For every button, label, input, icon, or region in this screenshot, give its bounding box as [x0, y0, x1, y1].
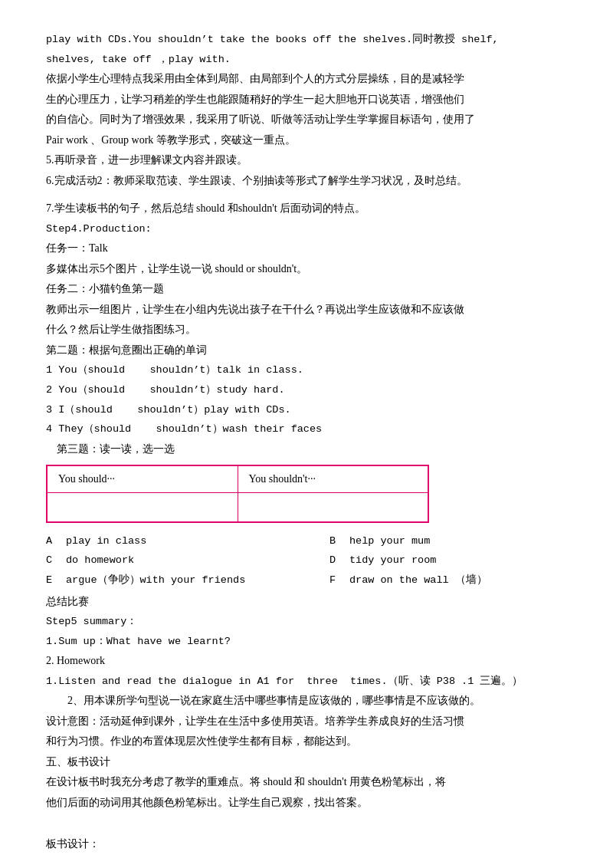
option-d: D tidy your room: [329, 551, 567, 570]
step5-design1: 设计意图：活动延伸到课外，让学生在生活中多使用英语。培养学生养成良好的生活习惯: [46, 712, 567, 732]
option-b: B help your mum: [329, 532, 567, 551]
option-f: F draw on the wall （墙）: [329, 571, 567, 590]
option-b-letter: B: [329, 532, 343, 551]
should-table: You should··· You shouldn't···: [46, 465, 429, 522]
table-col2-header: You shouldn't···: [238, 465, 428, 492]
sentence-3: 3 I（should shouldn’t）play with CDs.: [46, 401, 567, 419]
options-grid: A play in class B help your mum C do hom…: [46, 532, 567, 590]
option-c-text: do homework: [66, 551, 134, 570]
intro-line-4: 生的心理压力，让学习稍差的学生也能跟随稍好的学生一起大胆地开口说英语，增强他们: [46, 90, 567, 110]
board-desc1: 在设计板书时我充分考虑了教学的重难点。将 should 和 shouldn't …: [46, 773, 567, 792]
intro-line-8: 6.完成活动2：教师采取范读、学生跟读、个别抽读等形式了解学生学习状况，及时总结…: [46, 172, 567, 191]
option-a: A play in class: [46, 532, 284, 551]
option-b-text: help your mum: [349, 532, 430, 551]
table-header-row: You should··· You shouldn't···: [47, 465, 428, 492]
task2-desc2: 什么？然后让学生做指图练习。: [46, 321, 567, 340]
table-data-row: [47, 493, 428, 522]
step4-title: Step4.Production:: [46, 220, 567, 238]
task2-label: 任务二：小猫钓鱼第一题: [46, 280, 567, 299]
option-f-letter: F: [329, 571, 343, 590]
board-title: 五、板书设计: [46, 753, 567, 772]
step5-hw1: 1.Listen and read the dialogue in A1 for…: [46, 672, 567, 691]
board-desc2: 他们后面的动词用其他颜色粉笔标出。让学生自己观察，找出答案。: [46, 794, 567, 813]
step5-design2: 和行为习惯。作业的布置体现层次性使学生都有目标，都能达到。: [46, 732, 567, 751]
option-a-letter: A: [46, 532, 60, 551]
step5-title: Step5 summary：: [46, 613, 567, 631]
option-d-letter: D: [329, 551, 343, 570]
task2-label2: 第二题：根据句意圈出正确的单词: [46, 341, 567, 360]
option-a-text: play in class: [66, 532, 146, 551]
intro-line-5: 的自信心。同时为了增强效果，我采用了听说、听做等活动让学生学掌握目标语句，使用了: [46, 110, 567, 130]
table-col1-cell: [47, 493, 238, 522]
step5-hw2: 2、用本课所学句型说一说在家庭生活中哪些事情是应该做的，哪些事情是不应该做的。: [46, 692, 567, 711]
intro-line-1: play with CDs.You shouldn’t take the boo…: [46, 31, 567, 49]
intro-line-2: shelves, take off ，play with.: [46, 51, 567, 69]
step5-line1: 1.Sum up：What have we learnt?: [46, 633, 567, 651]
option-e-text: argue（争吵）with your friends: [66, 571, 245, 590]
sentence-2: 2 You（should shouldn’t）study hard.: [46, 381, 567, 399]
option-f-text: draw on the wall （墙）: [349, 571, 487, 590]
table-col1-header: You should···: [47, 465, 238, 492]
sentence-1: 1 You（should shouldn’t）talk in class.: [46, 361, 567, 380]
step4-num: 7.学生读板书的句子，然后总结 should 和shouldn't 后面动词的特…: [46, 199, 567, 219]
main-content: play with CDs.You shouldn’t take the boo…: [46, 31, 567, 854]
third-task-label: 第三题：读一读，选一选: [46, 440, 567, 459]
task1-desc: 多媒体出示5个图片，让学生说一说 should or shouldn't。: [46, 260, 567, 279]
table-col2-cell: [238, 493, 428, 522]
intro-line-3: 依据小学生心理特点我采用由全体到局部、由局部到个人的方式分层操练，目的是减轻学: [46, 70, 567, 89]
task2-desc1: 教师出示一组图片，让学生在小组内先说出孩子在干什么？再说出学生应该做和不应该做: [46, 301, 567, 320]
sentence-4: 4 They（should shouldn’t）wash their faces: [46, 420, 567, 439]
option-e-letter: E: [46, 571, 60, 590]
summary-label: 总结比赛: [46, 593, 567, 612]
option-e: E argue（争吵）with your friends: [46, 571, 284, 590]
option-d-text: tidy your room: [349, 551, 436, 570]
intro-line-7: 5.再听录音，进一步理解课文内容并跟读。: [46, 151, 567, 170]
task1-label: 任务一：Talk: [46, 239, 567, 258]
option-c-letter: C: [46, 551, 60, 570]
option-c: C do homework: [46, 551, 284, 570]
board-design-label: 板书设计：: [46, 835, 567, 854]
step5-homework-label: 2. Homework: [46, 652, 567, 671]
intro-line-6: Pair work 、Group work 等教学形式，突破这一重点。: [46, 131, 567, 150]
